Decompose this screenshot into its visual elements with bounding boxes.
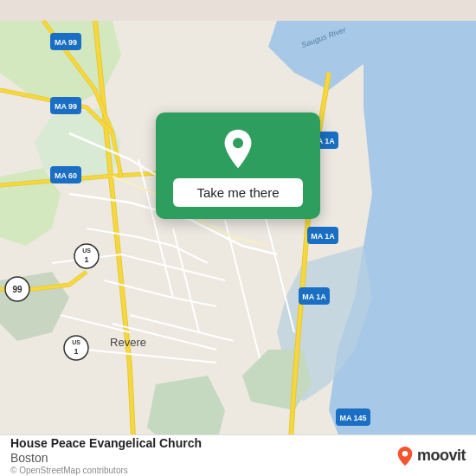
map-background: MA 99 MA 99 MA 60 MA 60 MA 1A MA 1A MA 1… [0, 0, 476, 476]
svg-text:MA 1A: MA 1A [302, 293, 326, 301]
moovit-pin-icon [396, 446, 414, 466]
location-pin-icon [217, 128, 259, 170]
svg-text:MA 1A: MA 1A [311, 232, 335, 241]
svg-text:US: US [82, 248, 91, 254]
navigate-card: Take me there [156, 113, 320, 219]
attribution-text: © OpenStreetMap contributors [10, 466, 202, 475]
svg-text:1: 1 [74, 347, 78, 356]
place-city: Boston [10, 451, 202, 465]
svg-text:MA 145: MA 145 [339, 414, 366, 422]
svg-text:MA 99: MA 99 [55, 102, 77, 111]
svg-text:MA 60: MA 60 [55, 171, 77, 180]
svg-text:99: 99 [12, 285, 23, 294]
svg-text:1: 1 [84, 255, 88, 264]
svg-point-28 [402, 451, 408, 456]
bottom-bar: House Peace Evangelical Church Boston © … [0, 434, 476, 476]
svg-text:US: US [72, 339, 80, 345]
moovit-logo: moovit [396, 446, 466, 466]
take-me-there-button[interactable]: Take me there [173, 178, 303, 207]
svg-text:Revere: Revere [110, 336, 146, 349]
map-container: MA 99 MA 99 MA 60 MA 60 MA 1A MA 1A MA 1… [0, 0, 476, 476]
place-info: House Peace Evangelical Church Boston © … [10, 436, 202, 475]
svg-text:MA 99: MA 99 [55, 38, 77, 47]
place-name: House Peace Evangelical Church [10, 436, 202, 450]
svg-point-27 [233, 138, 243, 148]
moovit-text: moovit [417, 447, 466, 465]
